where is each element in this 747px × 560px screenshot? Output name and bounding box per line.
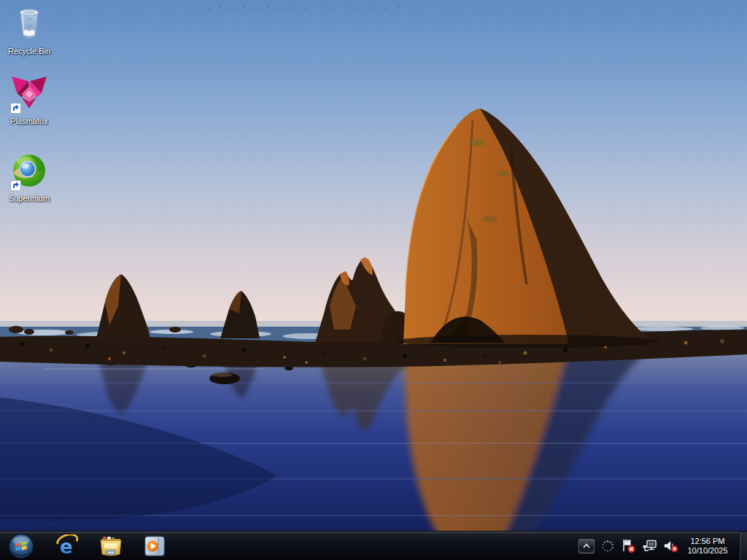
taskbar-item-windows-explorer[interactable] xyxy=(89,532,133,560)
clock-time: 12:56 PM xyxy=(687,537,728,546)
volume-muted-icon[interactable] xyxy=(663,538,679,554)
shortcut-arrow-icon xyxy=(10,103,21,114)
desktop-icon-plasmafox[interactable]: Plasmafox xyxy=(1,73,57,126)
start-button[interactable] xyxy=(7,532,35,560)
svg-text:e: e xyxy=(60,536,73,558)
clock-date: 10/10/2025 xyxy=(687,546,728,556)
desktop-icon-supermium[interactable]: Supermium xyxy=(1,150,57,203)
chevron-up-icon xyxy=(583,543,590,549)
internet-explorer-icon: e xyxy=(55,534,79,558)
show-desktop-button[interactable] xyxy=(739,532,747,560)
flag-with-error-icon xyxy=(621,538,637,554)
desktop-icon-label: Plasmafox xyxy=(10,117,47,126)
recycle-bin-icon xyxy=(9,3,50,45)
system-tray: 12:56 PM 10/10/2025 xyxy=(578,532,747,560)
taskbar: e xyxy=(0,531,747,560)
network-icon[interactable] xyxy=(642,538,658,554)
supermium-icon xyxy=(9,150,50,192)
show-hidden-icons-button[interactable] xyxy=(578,539,595,553)
spinner-icon[interactable] xyxy=(600,538,616,554)
shortcut-arrow-icon xyxy=(10,180,21,191)
desktop-icon-label: Supermium xyxy=(9,194,50,203)
desktop-icon-label: Recycle Bin xyxy=(8,47,50,56)
taskbar-item-media-player[interactable] xyxy=(133,532,177,560)
windows-explorer-icon xyxy=(98,534,123,558)
windows-logo-icon xyxy=(8,533,34,559)
taskbar-item-internet-explorer[interactable]: e xyxy=(45,532,89,560)
taskbar-app-icons: e xyxy=(45,532,177,560)
plasmafox-icon xyxy=(9,73,50,115)
action-center-icon[interactable] xyxy=(621,538,637,554)
desktop: Recycle Bin Plasmafox xyxy=(0,0,747,560)
network-computer-icon xyxy=(642,538,658,554)
speaker-muted-icon xyxy=(663,538,679,554)
windows-media-player-icon xyxy=(144,535,166,557)
wallpaper-image xyxy=(0,0,747,560)
desktop-icon-recycle-bin[interactable]: Recycle Bin xyxy=(1,3,57,56)
tray-clock[interactable]: 12:56 PM 10/10/2025 xyxy=(684,537,732,556)
